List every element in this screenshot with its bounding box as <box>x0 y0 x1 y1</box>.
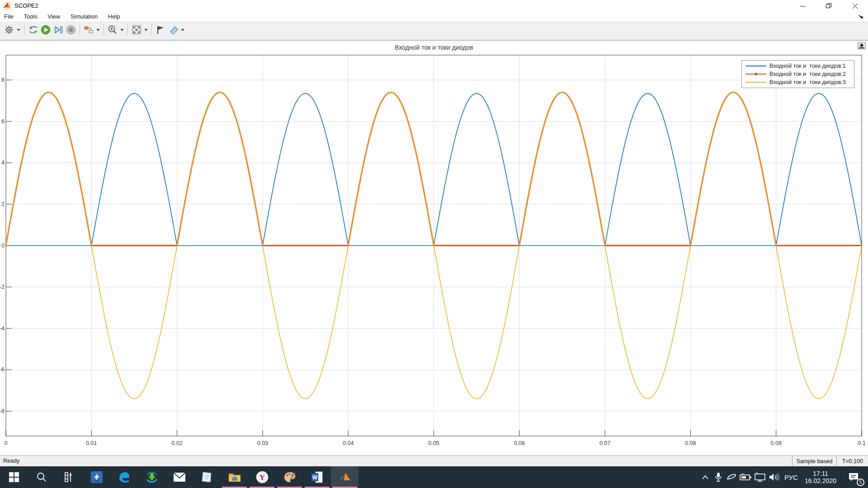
x-tick-label: 0.01 <box>86 440 97 446</box>
configuration-gear-button[interactable] <box>3 24 15 36</box>
svg-text:Y: Y <box>259 473 264 482</box>
signal-selector-button[interactable] <box>82 24 95 36</box>
sim-time-text: T=0.100 <box>842 458 863 465</box>
highlight-simulink-block-button[interactable] <box>27 24 39 36</box>
restore-icon <box>826 3 831 9</box>
menu-tools[interactable]: Tools <box>19 12 41 22</box>
notification-badge: 5 <box>857 479 864 486</box>
y-tick-label: 2 <box>1 201 5 207</box>
matlab-icon <box>339 471 351 483</box>
x-tick-label: 0.06 <box>514 440 525 446</box>
speaker-icon <box>769 473 780 481</box>
legend-label: Входной ток и токи диодов:2 <box>769 71 846 77</box>
x-tick-label: 0.03 <box>257 440 268 446</box>
yandex-browser-icon: Y <box>256 471 269 483</box>
y-tick-label: -8 <box>0 408 5 414</box>
measurements-button[interactable] <box>167 24 179 36</box>
tray-battery[interactable] <box>739 466 752 488</box>
y-tick-label: 0 <box>1 243 5 249</box>
legend-entry-1: Входной ток и токи диодов:1 <box>745 62 851 70</box>
download-manager-button[interactable] <box>138 466 165 488</box>
x-tick-label: 0.05 <box>428 440 439 446</box>
search-button[interactable] <box>28 466 55 488</box>
y-tick-label: -6 <box>0 366 5 373</box>
toolbar-overflow-icon[interactable] <box>858 14 864 20</box>
stop-button[interactable] <box>65 24 77 36</box>
window-title: SCOPE2 <box>14 2 38 9</box>
zoom-dropdown[interactable] <box>119 24 125 36</box>
file-explorer-button[interactable] <box>221 466 248 488</box>
fit-to-view-dropdown[interactable] <box>143 24 149 36</box>
tray-chevron-button[interactable] <box>699 466 712 488</box>
notepad-button[interactable] <box>193 466 221 488</box>
close-button[interactable] <box>842 0 868 12</box>
restore-button[interactable] <box>816 0 842 12</box>
fit-to-view-button[interactable] <box>130 24 143 36</box>
trigger-flag-icon <box>156 25 165 34</box>
stop-icon <box>66 25 76 35</box>
measurements-ruler-icon <box>168 25 179 34</box>
toolbar-separator <box>127 24 128 35</box>
edge-button[interactable] <box>110 466 138 488</box>
task-view-icon <box>64 472 75 483</box>
signal-selector-dropdown[interactable] <box>95 24 101 36</box>
mail-button[interactable] <box>165 466 193 488</box>
zoom-in-button[interactable] <box>106 24 119 36</box>
legend-label: Входной ток и токи диодов:3 <box>769 79 846 85</box>
download-manager-icon <box>146 471 158 483</box>
menu-simulation[interactable]: Simulation <box>66 12 102 22</box>
paint-button[interactable] <box>276 466 303 488</box>
tray-app[interactable] <box>725 466 738 488</box>
dock-button[interactable] <box>858 42 866 49</box>
y-tick-label: -4 <box>0 325 5 332</box>
run-button[interactable] <box>39 24 52 36</box>
minimize-button[interactable] <box>789 0 816 12</box>
legend-line-blue <box>745 66 766 66</box>
menu-help[interactable]: Help <box>104 12 124 22</box>
swoosh-app-icon <box>726 474 736 481</box>
notification-center-button[interactable]: 5 <box>842 466 865 488</box>
legend-label: Входной ток и токи диодов:1 <box>769 63 846 69</box>
word-icon: W <box>311 471 324 483</box>
sample-mode-text: Sample based <box>797 458 833 465</box>
zoom-in-icon <box>108 25 118 35</box>
status-sim-time: T=0.100 <box>836 456 868 467</box>
word-button[interactable]: W <box>303 466 331 488</box>
tray-language[interactable]: РУС <box>781 466 801 488</box>
chart-title: Входной ток и токи диодов <box>0 44 868 51</box>
matlab-button[interactable] <box>331 466 359 488</box>
legend[interactable]: Входной ток и токи диодов:1 Входной ток … <box>741 60 854 88</box>
start-button[interactable] <box>0 466 28 488</box>
menu-view[interactable]: View <box>43 12 64 22</box>
measurements-dropdown[interactable] <box>179 24 186 36</box>
legend-marker-dot <box>755 73 757 75</box>
menu-bar: File Tools View Simulation Help <box>0 12 868 22</box>
y-tick-label: 6 <box>1 118 5 125</box>
step-forward-button[interactable] <box>52 24 65 36</box>
toolbar-separator <box>80 24 80 35</box>
toolbar-separator <box>151 24 152 35</box>
matlab-scope-icon <box>3 2 11 10</box>
search-icon <box>36 472 47 483</box>
tray-volume[interactable] <box>768 466 781 488</box>
configuration-dropdown[interactable] <box>15 24 22 36</box>
x-tick-label: 0.02 <box>171 440 182 446</box>
status-ready: Ready <box>3 458 19 464</box>
tray-clock[interactable]: 17:11 16.02.2020 <box>801 466 840 488</box>
yandex-browser-button[interactable]: Y <box>248 466 276 488</box>
task-view-button[interactable] <box>55 466 83 488</box>
gear-icon <box>5 25 14 34</box>
taskbar: Y W <box>0 466 868 488</box>
tray-microphone[interactable] <box>712 466 724 488</box>
battery-charging-icon <box>740 474 751 481</box>
menu-file[interactable]: File <box>0 12 18 22</box>
lightning-app-icon <box>90 471 103 483</box>
y-tick-label: 8 <box>1 77 5 83</box>
tray-display[interactable] <box>753 466 767 488</box>
lightning-app-button[interactable] <box>83 466 110 488</box>
highlight-block-icon <box>28 25 38 34</box>
windows-logo-icon <box>9 472 19 482</box>
trigger-button[interactable] <box>154 24 167 36</box>
x-tick-label: 0.08 <box>685 440 696 446</box>
signal-blocks-icon <box>84 25 94 34</box>
